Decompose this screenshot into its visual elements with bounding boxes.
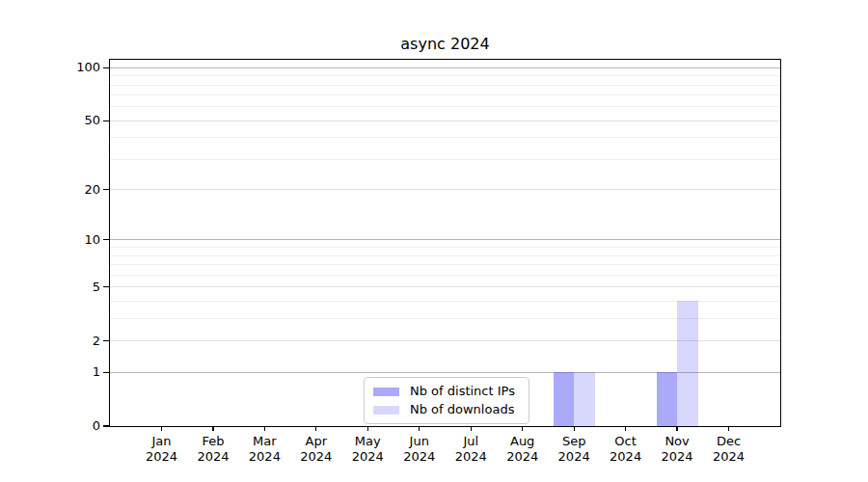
bar-distinct-ips	[554, 372, 575, 426]
x-axis-tick	[574, 426, 575, 431]
gridline-minor	[110, 275, 780, 276]
x-axis-tick	[367, 426, 368, 431]
legend-label-distinct-ips: Nb of distinct IPs	[410, 385, 515, 398]
chart-title: async 2024	[109, 35, 781, 53]
y-tick-label: 20	[0, 182, 100, 197]
y-tick-label: 0	[0, 418, 100, 433]
bar-downloads	[574, 372, 595, 426]
x-axis-tick	[264, 426, 265, 431]
gridline-major	[110, 286, 780, 287]
x-axis-tick	[315, 426, 316, 431]
y-axis-tick	[103, 189, 109, 190]
legend: Nb of distinct IPs Nb of downloads	[364, 377, 529, 424]
gridline-major	[110, 67, 780, 68]
gridline-minor	[110, 159, 780, 160]
y-axis-tick	[103, 67, 109, 68]
x-axis-tick	[676, 426, 677, 431]
legend-label-downloads: Nb of downloads	[410, 403, 514, 416]
legend-item-distinct-ips: Nb of distinct IPs	[373, 385, 521, 398]
y-tick-label: 50	[0, 113, 100, 127]
plot-area	[109, 59, 781, 427]
y-axis-tick	[103, 286, 109, 287]
y-tick-label: 100	[0, 60, 100, 74]
x-axis-tick	[728, 426, 729, 431]
gridline-minor	[110, 106, 780, 107]
x-tick-month: Dec	[698, 434, 760, 449]
chart-figure: async 2024 Nb of distinct IPs Nb of down…	[0, 0, 868, 482]
y-axis-tick	[103, 120, 109, 121]
y-axis-tick	[103, 239, 109, 240]
legend-swatch-downloads-icon	[373, 406, 399, 415]
gridline-minor	[110, 94, 780, 95]
gridline-minor	[110, 247, 780, 248]
y-tick-label: 5	[0, 280, 100, 294]
x-axis-tick	[212, 426, 213, 431]
gridline-minor	[110, 85, 780, 86]
gridline-minor	[110, 255, 780, 256]
gridline-minor	[110, 75, 780, 76]
legend-item-downloads: Nb of downloads	[373, 403, 521, 416]
y-tick-label: 2	[0, 334, 100, 348]
x-tick-label: Dec2024	[698, 434, 760, 465]
gridline-major	[110, 239, 780, 240]
gridline-minor	[110, 264, 780, 265]
y-axis-tick	[103, 372, 109, 373]
x-axis-tick	[522, 426, 523, 431]
y-tick-label: 1	[0, 364, 100, 379]
x-axis-tick	[471, 426, 472, 431]
x-tick-year: 2024	[698, 449, 760, 465]
bar-downloads	[677, 301, 698, 426]
legend-swatch-distinct-ips-icon	[373, 388, 399, 396]
y-tick-label: 10	[0, 232, 100, 247]
y-axis-tick	[103, 340, 109, 341]
x-axis-tick	[161, 426, 162, 431]
gridline-major	[110, 189, 780, 190]
y-axis-tick	[103, 425, 109, 426]
gridline-minor	[110, 137, 780, 138]
x-axis-tick	[625, 426, 626, 431]
bar-distinct-ips	[657, 372, 678, 426]
x-axis-tick	[419, 426, 420, 431]
gridline-major	[110, 120, 780, 121]
